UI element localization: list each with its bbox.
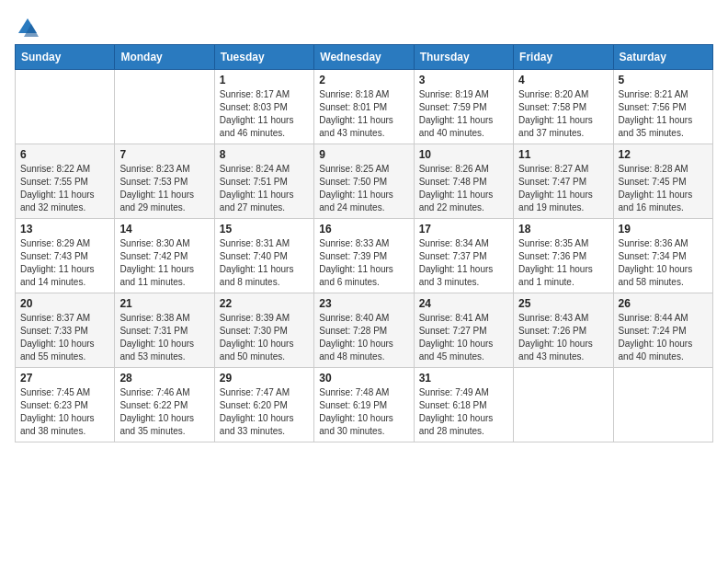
day-of-week-header: Wednesday (314, 45, 414, 70)
calendar-cell: 17Sunrise: 8:34 AMSunset: 7:37 PMDayligh… (414, 219, 513, 293)
day-info: Sunrise: 7:47 AMSunset: 6:20 PMDaylight:… (220, 386, 309, 438)
logo (15, 15, 44, 40)
day-info: Sunrise: 8:29 AMSunset: 7:43 PMDaylight:… (20, 237, 109, 289)
calendar-cell: 15Sunrise: 8:31 AMSunset: 7:40 PMDayligh… (214, 219, 313, 293)
day-info: Sunrise: 8:23 AMSunset: 7:53 PMDaylight:… (119, 163, 209, 214)
calendar-week-row: 1Sunrise: 8:17 AMSunset: 8:03 PMDaylight… (16, 70, 713, 144)
day-number: 14 (119, 223, 209, 236)
logo-icon (15, 15, 40, 40)
day-number: 30 (319, 372, 408, 385)
day-number: 21 (119, 297, 209, 310)
calendar-cell: 31Sunrise: 7:49 AMSunset: 6:18 PMDayligh… (414, 368, 513, 442)
day-info: Sunrise: 8:44 AMSunset: 7:24 PMDaylight:… (619, 312, 708, 363)
day-number: 27 (20, 372, 109, 385)
day-info: Sunrise: 8:33 AMSunset: 7:39 PMDaylight:… (319, 237, 408, 289)
calendar-week-row: 20Sunrise: 8:37 AMSunset: 7:33 PMDayligh… (16, 293, 713, 368)
day-number: 5 (619, 74, 708, 86)
day-info: Sunrise: 8:25 AMSunset: 7:50 PMDaylight:… (319, 163, 408, 214)
day-info: Sunrise: 8:18 AMSunset: 8:01 PMDaylight:… (319, 88, 408, 140)
header-row: SundayMondayTuesdayWednesdayThursdayFrid… (16, 45, 713, 70)
day-info: Sunrise: 8:26 AMSunset: 7:48 PMDaylight:… (419, 163, 508, 214)
day-number: 3 (419, 74, 508, 86)
calendar-cell: 11Sunrise: 8:27 AMSunset: 7:47 PMDayligh… (514, 144, 613, 219)
calendar-cell: 7Sunrise: 8:23 AMSunset: 7:53 PMDaylight… (115, 144, 214, 219)
calendar-cell: 21Sunrise: 8:38 AMSunset: 7:31 PMDayligh… (115, 293, 214, 368)
page-header (15, 15, 713, 40)
day-of-week-header: Tuesday (214, 45, 313, 70)
calendar-cell: 28Sunrise: 7:46 AMSunset: 6:22 PMDayligh… (115, 368, 214, 442)
day-info: Sunrise: 8:20 AMSunset: 7:58 PMDaylight:… (518, 88, 608, 140)
day-of-week-header: Thursday (414, 45, 513, 70)
calendar-cell: 13Sunrise: 8:29 AMSunset: 7:43 PMDayligh… (16, 219, 115, 293)
day-info: Sunrise: 8:39 AMSunset: 7:30 PMDaylight:… (220, 312, 309, 363)
calendar-cell: 20Sunrise: 8:37 AMSunset: 7:33 PMDayligh… (16, 293, 115, 368)
calendar-cell: 8Sunrise: 8:24 AMSunset: 7:51 PMDaylight… (214, 144, 313, 219)
day-info: Sunrise: 8:37 AMSunset: 7:33 PMDaylight:… (20, 312, 109, 363)
calendar-cell: 4Sunrise: 8:20 AMSunset: 7:58 PMDaylight… (514, 70, 613, 144)
day-info: Sunrise: 8:19 AMSunset: 7:59 PMDaylight:… (419, 88, 508, 140)
calendar-cell (514, 368, 613, 442)
day-number: 10 (419, 148, 508, 161)
day-number: 17 (419, 223, 508, 236)
day-number: 8 (220, 148, 309, 161)
day-number: 24 (419, 297, 508, 310)
calendar-week-row: 6Sunrise: 8:22 AMSunset: 7:55 PMDaylight… (16, 144, 713, 219)
calendar-cell: 16Sunrise: 8:33 AMSunset: 7:39 PMDayligh… (314, 219, 414, 293)
calendar-cell: 22Sunrise: 8:39 AMSunset: 7:30 PMDayligh… (214, 293, 313, 368)
calendar-cell: 14Sunrise: 8:30 AMSunset: 7:42 PMDayligh… (115, 219, 214, 293)
day-number: 6 (20, 148, 109, 161)
day-info: Sunrise: 7:48 AMSunset: 6:19 PMDaylight:… (319, 386, 408, 438)
day-number: 1 (220, 74, 309, 86)
day-info: Sunrise: 8:27 AMSunset: 7:47 PMDaylight:… (518, 163, 608, 214)
day-number: 11 (518, 148, 608, 161)
day-number: 7 (119, 148, 209, 161)
day-number: 19 (619, 223, 708, 236)
day-number: 26 (619, 297, 708, 310)
day-info: Sunrise: 8:36 AMSunset: 7:34 PMDaylight:… (619, 237, 708, 289)
day-of-week-header: Saturday (613, 45, 712, 70)
day-info: Sunrise: 8:38 AMSunset: 7:31 PMDaylight:… (119, 312, 209, 363)
calendar-table: SundayMondayTuesdayWednesdayThursdayFrid… (15, 44, 713, 442)
day-number: 4 (518, 74, 608, 86)
calendar-cell: 12Sunrise: 8:28 AMSunset: 7:45 PMDayligh… (613, 144, 712, 219)
day-info: Sunrise: 8:17 AMSunset: 8:03 PMDaylight:… (220, 88, 309, 140)
day-number: 12 (619, 148, 708, 161)
calendar-cell: 30Sunrise: 7:48 AMSunset: 6:19 PMDayligh… (314, 368, 414, 442)
calendar-cell: 25Sunrise: 8:43 AMSunset: 7:26 PMDayligh… (514, 293, 613, 368)
day-of-week-header: Monday (115, 45, 214, 70)
calendar-cell: 3Sunrise: 8:19 AMSunset: 7:59 PMDaylight… (414, 70, 513, 144)
day-info: Sunrise: 7:45 AMSunset: 6:23 PMDaylight:… (20, 386, 109, 438)
calendar-week-row: 13Sunrise: 8:29 AMSunset: 7:43 PMDayligh… (16, 219, 713, 293)
day-number: 29 (220, 372, 309, 385)
calendar-cell: 2Sunrise: 8:18 AMSunset: 8:01 PMDaylight… (314, 70, 414, 144)
day-info: Sunrise: 8:24 AMSunset: 7:51 PMDaylight:… (220, 163, 309, 214)
calendar-cell: 24Sunrise: 8:41 AMSunset: 7:27 PMDayligh… (414, 293, 513, 368)
day-number: 22 (220, 297, 309, 310)
calendar-cell (115, 70, 214, 144)
day-info: Sunrise: 8:43 AMSunset: 7:26 PMDaylight:… (518, 312, 608, 363)
calendar-cell: 6Sunrise: 8:22 AMSunset: 7:55 PMDaylight… (16, 144, 115, 219)
day-number: 20 (20, 297, 109, 310)
calendar-header: SundayMondayTuesdayWednesdayThursdayFrid… (16, 45, 713, 70)
calendar-cell: 10Sunrise: 8:26 AMSunset: 7:48 PMDayligh… (414, 144, 513, 219)
calendar-week-row: 27Sunrise: 7:45 AMSunset: 6:23 PMDayligh… (16, 368, 713, 442)
calendar-cell: 9Sunrise: 8:25 AMSunset: 7:50 PMDaylight… (314, 144, 414, 219)
day-number: 18 (518, 223, 608, 236)
calendar-cell: 27Sunrise: 7:45 AMSunset: 6:23 PMDayligh… (16, 368, 115, 442)
day-info: Sunrise: 8:34 AMSunset: 7:37 PMDaylight:… (419, 237, 508, 289)
calendar-body: 1Sunrise: 8:17 AMSunset: 8:03 PMDaylight… (16, 70, 713, 442)
day-number: 15 (220, 223, 309, 236)
day-of-week-header: Sunday (16, 45, 115, 70)
day-info: Sunrise: 8:30 AMSunset: 7:42 PMDaylight:… (119, 237, 209, 289)
calendar-cell (613, 368, 712, 442)
day-of-week-header: Friday (514, 45, 613, 70)
day-info: Sunrise: 7:46 AMSunset: 6:22 PMDaylight:… (119, 386, 209, 438)
calendar-cell: 26Sunrise: 8:44 AMSunset: 7:24 PMDayligh… (613, 293, 712, 368)
day-number: 16 (319, 223, 408, 236)
day-info: Sunrise: 8:35 AMSunset: 7:36 PMDaylight:… (518, 237, 608, 289)
day-number: 25 (518, 297, 608, 310)
day-info: Sunrise: 8:28 AMSunset: 7:45 PMDaylight:… (619, 163, 708, 214)
day-info: Sunrise: 8:40 AMSunset: 7:28 PMDaylight:… (319, 312, 408, 363)
calendar-cell: 23Sunrise: 8:40 AMSunset: 7:28 PMDayligh… (314, 293, 414, 368)
day-number: 9 (319, 148, 408, 161)
